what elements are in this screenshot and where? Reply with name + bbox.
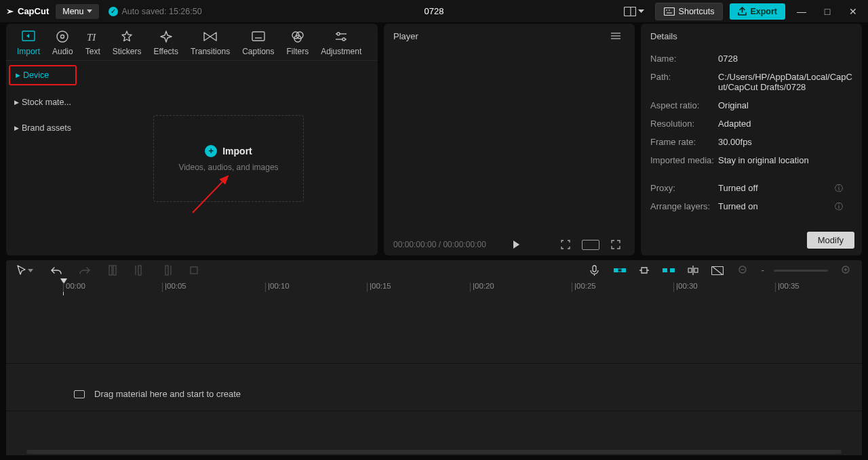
tab-label: Audio	[52, 47, 73, 56]
layout-button[interactable]	[620, 4, 648, 19]
sidebar-item-label: Brand assets	[22, 123, 71, 133]
svg-rect-10	[252, 32, 264, 41]
chevron-down-icon	[638, 9, 644, 13]
details-title: Details	[650, 31, 677, 41]
split-button[interactable]	[104, 262, 121, 278]
link-button[interactable]	[637, 265, 652, 276]
capcut-logo-icon	[5, 7, 15, 16]
hamburger-icon	[610, 32, 621, 40]
tab-label: Transitions	[191, 47, 230, 56]
detail-value-framerate: 30.00fps	[718, 137, 852, 147]
help-icon[interactable]: ⓘ	[835, 183, 843, 194]
sidebar-item-brand[interactable]: ▶ Brand assets	[9, 119, 77, 137]
tab-label: Adjustment	[321, 47, 361, 56]
undo-button[interactable]	[47, 263, 66, 278]
svg-line-40	[712, 266, 723, 275]
maximize-button[interactable]: □	[818, 6, 837, 17]
player-viewport[interactable]	[384, 48, 635, 234]
detail-label-aspect: Aspect ratio:	[650, 100, 718, 110]
magnet-track-button[interactable]	[661, 265, 676, 276]
help-icon[interactable]: ⓘ	[835, 201, 843, 213]
tab-effects[interactable]: Effects	[153, 29, 178, 56]
stickers-icon	[119, 29, 134, 44]
tab-text[interactable]: TI Text	[85, 29, 100, 56]
tab-import[interactable]: Import	[17, 29, 40, 56]
fullscreen-icon	[610, 239, 621, 250]
tab-label: Stickers	[113, 47, 142, 56]
tab-label: Text	[85, 47, 100, 56]
tab-transitions[interactable]: Transitions	[191, 29, 230, 56]
chevron-down-icon	[28, 269, 33, 272]
tab-audio[interactable]: Audio	[52, 29, 73, 56]
svg-rect-24	[113, 266, 116, 275]
crop-icon	[560, 239, 571, 250]
detail-value-aspect: Original	[718, 100, 852, 110]
redo-button[interactable]	[75, 263, 94, 278]
adjustment-icon	[334, 29, 349, 44]
aspect-ratio-button[interactable]	[582, 240, 599, 250]
delete-button[interactable]	[185, 263, 203, 278]
project-name: 0728	[425, 6, 444, 16]
plus-icon: +	[205, 145, 217, 157]
svg-rect-30	[593, 266, 596, 272]
tab-stickers[interactable]: Stickers	[113, 29, 142, 56]
minimize-button[interactable]: —	[792, 6, 811, 17]
sidebar-item-label: Device	[23, 70, 49, 80]
delete-right-button[interactable]	[158, 262, 176, 278]
import-panel: Import Audio TI Text Stickers Effects Tr…	[6, 24, 378, 255]
select-tool[interactable]	[13, 262, 37, 278]
delete-left-button[interactable]	[131, 262, 149, 278]
timeline-drop-hint: Drag material here and start to create	[74, 389, 241, 399]
autosave-check-icon: ✓	[108, 7, 118, 16]
zoom-out-button[interactable]	[734, 263, 752, 278]
detail-value-name: 0728	[718, 54, 852, 64]
timeline-body[interactable]: Drag material here and start to create	[6, 295, 862, 455]
ruler-tick: |00:10	[265, 283, 290, 292]
filters-icon	[290, 29, 305, 44]
preview-toggle-button[interactable]	[710, 265, 725, 276]
timeline-scrollbar[interactable]	[26, 450, 842, 454]
close-button[interactable]: ✕	[844, 6, 863, 17]
app-logo: CapCut	[5, 6, 49, 16]
ruler-tick: 00:00	[63, 283, 85, 292]
shortcuts-button[interactable]: Shortcuts	[655, 3, 724, 20]
svg-rect-23	[109, 266, 112, 275]
effects-icon	[159, 29, 174, 44]
ruler-tick: |00:25	[572, 283, 596, 292]
import-dropzone-subtitle: Videos, audios, and images	[178, 163, 278, 172]
tab-adjustment[interactable]: Adjustment	[321, 29, 361, 56]
keyboard-icon	[664, 7, 675, 16]
import-dropzone-title: Import	[222, 146, 252, 156]
modify-button[interactable]: Modify	[807, 232, 854, 249]
redo-icon	[79, 266, 90, 275]
tab-captions[interactable]: Captions	[242, 29, 274, 56]
sidebar-item-stock[interactable]: ▶ Stock mate...	[9, 93, 77, 111]
timeline-ruler[interactable]: 00:00 |00:05 |00:10 |00:15 |00:20 |00:25…	[6, 280, 862, 295]
import-dropzone[interactable]: + Import Videos, audios, and images	[153, 115, 304, 202]
magnet-main-button[interactable]	[612, 265, 627, 276]
menu-button[interactable]: Menu	[56, 4, 98, 19]
zoom-slider[interactable]	[774, 270, 828, 272]
align-button[interactable]	[686, 265, 701, 276]
text-icon: TI	[85, 29, 100, 44]
fullscreen-button[interactable]	[606, 236, 625, 253]
svg-rect-37	[688, 268, 692, 272]
player-menu-button[interactable]	[606, 29, 625, 43]
tab-label: Import	[17, 47, 40, 56]
svg-point-7	[57, 31, 68, 42]
export-button[interactable]: Export	[730, 3, 785, 20]
tab-filters[interactable]: Filters	[287, 29, 309, 56]
record-audio-button[interactable]	[586, 262, 603, 279]
audio-icon	[55, 29, 70, 44]
chevron-right-icon: ▶	[14, 125, 19, 131]
sidebar-item-device[interactable]: ▶ Device	[9, 65, 77, 85]
zoom-in-button[interactable]	[837, 263, 855, 278]
ruler-tick: |00:15	[367, 283, 391, 292]
tab-label: Captions	[242, 47, 274, 56]
detail-value-resolution: Adapted	[718, 119, 852, 129]
zoom-in-icon	[842, 266, 851, 275]
app-logo-text: CapCut	[18, 6, 49, 16]
reframe-button[interactable]	[556, 236, 575, 253]
play-button[interactable]	[513, 241, 519, 249]
microphone-icon	[590, 265, 599, 276]
